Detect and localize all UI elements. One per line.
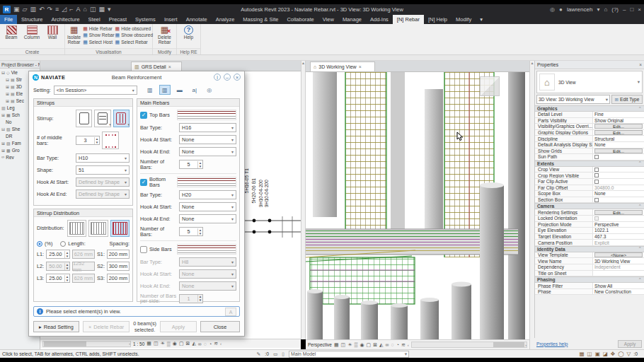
properties-apply-button[interactable]: Apply [618,340,642,348]
wall-button[interactable]: Wall [43,25,62,40]
ribbon-tab-steel[interactable]: Steel [84,15,105,24]
stirrup-bar-type-combo[interactable]: H10▾ [76,153,130,163]
visual-style-icon[interactable]: ◫ [341,342,346,348]
tree-toggle-icon[interactable]: ⊞ [6,98,9,103]
sun-path-icon[interactable]: ☀ [347,342,352,348]
search-setting-icon[interactable]: ◎ [204,85,215,95]
left-pane-vertical-scrollbar[interactable]: ▲ [301,61,306,339]
face-select-toggle-icon[interactable]: ◪ [603,351,608,357]
l1-percent-stepper[interactable]: 25.00▲▼ [46,250,70,259]
collapse-group-icon[interactable]: ⌃ [638,204,642,209]
save-setting-icon[interactable]: ▥ [144,85,156,95]
property-value[interactable]: None [594,142,606,147]
minimize-icon[interactable]: – [224,74,231,81]
s3-spacing-field[interactable]: 200 mm [107,274,130,283]
ribbon-tab-architecture[interactable]: Architecture [47,15,84,24]
right-pane-vertical-scrollbar[interactable]: ▲ [529,61,534,349]
undo-icon[interactable]: ↶ [39,6,45,13]
read-setting-button[interactable]: ▸ Read Setting [33,321,79,332]
close-icon[interactable]: × [639,62,642,67]
property-group-phasing[interactable]: Phasing⌃ [535,276,644,283]
delete-rebar-button[interactable]: ▦ Delete Rebar [156,25,174,45]
show-rebar-button[interactable]: ▦Show Rebar [83,33,114,39]
ribbon-tab--n-rebar[interactable]: [N] Rebar [393,15,424,24]
property-edit-button[interactable]: Edit... [594,124,643,129]
group-label-modify[interactable]: Modify [153,48,176,54]
ribbon-tab-collaborate[interactable]: Collaborate [282,15,318,24]
thin-lines-icon[interactable]: ▦ [98,6,105,13]
minimize-icon[interactable]: – [623,6,626,13]
design-option-combo[interactable]: Main Model▾ [289,351,409,358]
lock-view-icon[interactable]: ◭ [379,342,383,348]
hide-obscured-button[interactable]: ▦Hide obscured [115,25,153,32]
view-tab-3d-working-view[interactable]: ⌂ 3D Working View × [310,62,375,71]
tree-toggle-icon[interactable]: ⊞ [1,148,5,153]
top-number-of-bars-stepper[interactable]: 5▲▼ [179,160,203,169]
beam-button[interactable]: Beam [2,25,21,40]
constraints-icon[interactable]: ≋ [401,342,406,348]
percent-radio[interactable] [37,241,42,247]
property-value[interactable]: 1022.1 [594,228,609,233]
crop-region-icon[interactable]: ⊠ [186,341,190,346]
ribbon-tab-systems[interactable]: Systems [131,15,160,24]
collapse-group-icon[interactable]: ⌃ [638,277,642,283]
collapse-group-icon[interactable]: ⌃ [638,106,642,112]
bottom-hook-end-combo[interactable]: None▾ [179,214,236,223]
delete-setting-icon[interactable]: ▬ [174,85,185,95]
horizontal-scrollbar[interactable]: › [411,341,527,348]
group-label-visualisation[interactable]: Visualisation [65,48,152,54]
tree-toggle-icon[interactable]: ⊞ [1,112,5,117]
crop-view-icon[interactable]: ▢ [179,341,184,346]
text-icon[interactable]: A [76,6,81,13]
tree-toggle-icon[interactable]: ⊟ [1,127,5,132]
middle-bars-stepper[interactable]: 3▲▼ [76,136,100,145]
render-icon[interactable]: ◉ [173,341,177,346]
top-hook-end-combo[interactable]: None▾ [179,147,236,156]
save-as-setting-icon[interactable]: ▥ [159,85,171,95]
3d-viewport-canvas[interactable] [306,72,529,339]
editable-only-icon[interactable]: ✎ [257,351,261,357]
design-options-icon[interactable]: ▯ [282,351,284,357]
close-icon[interactable]: × [638,6,641,13]
drag-on-selection-icon[interactable]: ✥ [611,351,615,357]
ribbon-tab-insert[interactable]: Insert [160,15,182,24]
property-group-extents[interactable]: Extents⌃ [535,160,644,167]
view-tab-grs-detail[interactable]: ▥ GRS Detail × [131,62,182,71]
tree-toggle-icon[interactable]: ⊟ [1,70,5,75]
reveal-hidden-icon[interactable]: ◌ [391,342,393,347]
close-button[interactable]: Close [200,321,240,332]
ribbon-tab-precast[interactable]: Precast [105,15,131,24]
ribbon-tab-view[interactable]: View [318,15,338,24]
redo-icon[interactable]: ↷ [47,6,53,13]
store-icon[interactable]: ⌂ [604,6,607,13]
model-display-icon[interactable]: ▦ [334,342,339,348]
print-icon[interactable]: ≡ [55,6,59,13]
ribbon-tab-modify[interactable]: Modify [452,15,476,24]
ribbon-tab-file[interactable]: File [0,15,17,24]
tree-toggle-icon[interactable]: ⊞ [6,84,9,89]
worksharing-icon[interactable]: ◔ [209,341,212,346]
help-icon[interactable]: (?) [611,6,619,13]
property-value[interactable]: Perspective [594,222,619,227]
properties-help-link[interactable]: Properties help [536,341,568,346]
horizontal-scrollbar[interactable]: › [42,341,131,347]
restore-icon[interactable]: □ [630,6,633,13]
chevron-down-icon[interactable]: ▾ [597,6,599,13]
view-selector-combo[interactable]: 3D View: 3D Working View▾ [536,95,610,104]
top-bar-type-combo[interactable]: H16▾ [179,123,236,132]
collapse-arrow-icon[interactable]: ‹ [408,343,409,347]
tree-toggle-icon[interactable]: ⊟ [6,77,9,82]
property-value[interactable]: New Construction [594,289,631,294]
property-edit-button[interactable]: Edit... [594,148,643,153]
side-bars-checkbox[interactable]: ✓ [140,246,147,253]
measure-icon[interactable]: ◿ [62,6,67,13]
s2-spacing-field[interactable]: 300 mm [107,262,130,271]
property-group-camera[interactable]: Camera⌃ [535,203,644,209]
close-tab-icon[interactable]: × [359,64,362,69]
tree-toggle-icon[interactable]: ⊞ [6,91,9,96]
distribution-three-zone-option[interactable] [110,220,130,237]
underlay-select-toggle-icon[interactable]: ◫ [587,351,592,357]
property-value[interactable]: Show Original [594,118,623,123]
property-value[interactable]: None [594,191,606,196]
edit-type-button[interactable]: ⊞ Edit Type [611,95,643,104]
